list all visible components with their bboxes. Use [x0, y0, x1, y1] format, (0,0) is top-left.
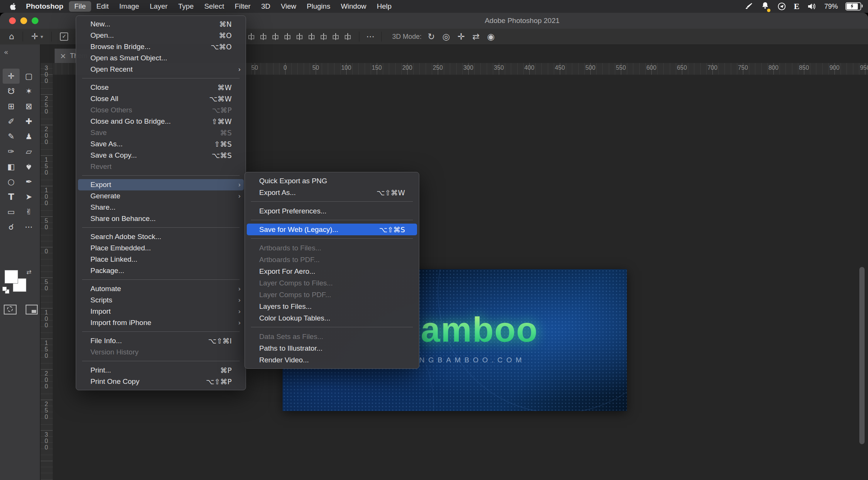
home-icon[interactable]: ⌂ [9, 32, 14, 41]
default-colors-icon[interactable] [2, 287, 10, 294]
menu-item-import-from-iphone[interactable]: Import from iPhone › [78, 317, 244, 328]
align-top-edges-icon[interactable] [319, 32, 328, 41]
move-tool[interactable]: ✛ [3, 69, 20, 84]
menu-item-print-one-copy[interactable]: Print One Copy ⌥⇧⌘P [78, 376, 244, 387]
close-window-button[interactable] [9, 17, 16, 24]
zoom-window-button[interactable] [32, 17, 38, 24]
menu-item-quick-export-as-png[interactable]: Quick Export as PNG [247, 175, 417, 187]
menu-item-place-embedded[interactable]: Place Embedded... [78, 242, 244, 254]
close-tab-icon[interactable]: × [60, 51, 66, 60]
volume-icon[interactable] [807, 2, 817, 11]
quick-mask-icon[interactable] [4, 305, 17, 314]
rectangular-marquee-tool[interactable]: ▢ [20, 69, 37, 84]
collapse-panel-icon[interactable]: « [4, 48, 8, 57]
align-right-edges-icon[interactable] [307, 32, 316, 41]
menu-item-close-others[interactable]: Close Others ⌥⌘P [78, 104, 244, 116]
menu-item-close-and-go-to-bridge[interactable]: Close and Go to Bridge... ⇧⌘W [78, 116, 244, 127]
roll-3d-icon[interactable]: ◎ [442, 32, 450, 41]
clone-stamp-tool[interactable]: ♟ [20, 129, 37, 144]
menu-item-render-video[interactable]: Render Video... [247, 354, 417, 366]
vertical-scrollbar[interactable] [859, 267, 865, 444]
menubar-image[interactable]: Image [114, 1, 145, 12]
menu-item-scripts[interactable]: Scripts › [78, 294, 244, 306]
camera-3d-icon[interactable]: ◉ [487, 32, 495, 41]
menu-item-print[interactable]: Print... ⌘P [78, 365, 244, 376]
menu-item-artboards-to-pdf[interactable]: Artboards to PDF... [247, 254, 417, 265]
menu-item-save-as[interactable]: Save As... ⇧⌘S [78, 138, 244, 150]
quick-selection-tool[interactable]: ✶ [20, 84, 37, 99]
brush-tool[interactable]: ✎ [3, 129, 20, 144]
hand-tool[interactable]: ✌ [20, 204, 37, 219]
orbit-3d-icon[interactable]: ↻ [428, 32, 435, 41]
menu-item-search-adobe-stock[interactable]: Search Adobe Stock... [78, 231, 244, 242]
menubar-help[interactable]: Help [371, 1, 397, 12]
pen-tool[interactable]: ✒ [20, 174, 37, 189]
swap-colors-icon[interactable]: ⇄ [26, 268, 31, 276]
auto-select-checkbox[interactable]: ✓ [60, 32, 68, 41]
menubar-plugins[interactable]: Plugins [301, 1, 335, 12]
eraser-tool[interactable]: ▱ [20, 144, 37, 159]
menu-item-open-as-smart-object[interactable]: Open as Smart Object... [78, 52, 244, 64]
menu-item-generate[interactable]: Generate › [78, 190, 244, 202]
menu-item-automate[interactable]: Automate › [78, 283, 244, 294]
menu-item-version-history[interactable]: Version History [78, 347, 244, 358]
zoom-tool[interactable]: ☌ [3, 219, 20, 235]
letter-e-icon[interactable]: E [794, 2, 799, 11]
history-brush-tool[interactable]: ✑ [3, 144, 20, 159]
menu-item-open-recent[interactable]: Open Recent › [78, 64, 244, 75]
eyedropper-tool[interactable]: ✐ [3, 114, 20, 129]
menu-item-artboards-to-files[interactable]: Artboards to Files... [247, 242, 417, 254]
path-selection-tool[interactable]: ➤ [20, 189, 37, 204]
menubar-3d[interactable]: 3D [256, 1, 275, 12]
bell-icon[interactable] [761, 1, 770, 12]
minimize-window-button[interactable] [20, 17, 27, 24]
chevron-down-icon[interactable]: ▾ [40, 34, 43, 40]
menu-item-paths-to-illustrator[interactable]: Paths to Illustrator... [247, 342, 417, 354]
menu-item-revert[interactable]: Revert [78, 161, 244, 172]
menu-item-file-info[interactable]: File Info... ⌥⇧⌘I [78, 335, 244, 347]
menubar-select[interactable]: Select [199, 1, 229, 12]
menu-item-close[interactable]: Close ⌘W [78, 82, 244, 93]
menu-item-import[interactable]: Import › [78, 306, 244, 317]
menu-item-close-all[interactable]: Close All ⌥⌘W [78, 93, 244, 104]
menu-item-share[interactable]: Share... [78, 202, 244, 213]
gradient-tool[interactable]: ◧ [3, 159, 20, 174]
menubar-view[interactable]: View [275, 1, 301, 12]
screen-mode-icon[interactable] [26, 305, 38, 314]
telegram-icon[interactable] [777, 2, 786, 11]
lasso-tool[interactable]: ☋ [3, 84, 20, 99]
align-v-centers-icon[interactable] [331, 32, 340, 41]
apple-menu[interactable] [7, 2, 18, 11]
app-menu-photoshop[interactable]: Photoshop [20, 2, 69, 11]
frame-tool[interactable]: ⊠ [20, 99, 37, 114]
move-tool-icon[interactable]: ✛ [31, 32, 38, 41]
menu-item-export[interactable]: Export › [78, 179, 244, 190]
menu-item-place-linked[interactable]: Place Linked... [78, 254, 244, 265]
menu-item-open[interactable]: Open... ⌘O [78, 30, 244, 41]
menu-item-layer-comps-to-pdf[interactable]: Layer Comps to PDF... [247, 289, 417, 301]
menu-item-save-a-copy[interactable]: Save a Copy... ⌥⌘S [78, 150, 244, 161]
align-left-edges-icon[interactable] [283, 32, 292, 41]
foreground-color-swatch[interactable] [5, 270, 18, 284]
menubar-type[interactable]: Type [173, 1, 199, 12]
menu-item-export-as[interactable]: Export As... ⌥⇧⌘W [247, 187, 417, 198]
more-tools[interactable]: ⋯ [20, 219, 37, 235]
menu-item-package[interactable]: Package... [78, 265, 244, 276]
menu-item-share-on-behance[interactable]: Share on Behance... [78, 213, 244, 224]
menu-item-layers-to-files[interactable]: Layers to Files... [247, 301, 417, 312]
dodge-tool[interactable]: ○ [3, 174, 20, 189]
menu-item-export-for-aero[interactable]: Export For Aero... [247, 265, 417, 277]
align-bottom-edges-icon[interactable] [343, 32, 352, 41]
menu-item-browse-in-bridge[interactable]: Browse in Bridge... ⌥⌘O [78, 41, 244, 52]
paintbrush-icon[interactable] [744, 2, 753, 11]
menu-item-save[interactable]: Save ⌘S [78, 127, 244, 138]
menu-item-layer-comps-to-files[interactable]: Layer Comps to Files... [247, 277, 417, 289]
menu-item-export-preferences[interactable]: Export Preferences... [247, 205, 417, 217]
menubar-filter[interactable]: Filter [229, 1, 256, 12]
type-tool[interactable]: T [3, 189, 20, 204]
menu-item-save-for-web-legacy[interactable]: Save for Web (Legacy)... ⌥⇧⌘S [247, 224, 417, 235]
menu-item-data-sets-as-files[interactable]: Data Sets as Files... [247, 331, 417, 342]
menu-item-new[interactable]: New... ⌘N [78, 18, 244, 30]
healing-brush-tool[interactable]: ✚ [20, 114, 37, 129]
slide-3d-icon[interactable]: ⇄ [472, 32, 480, 41]
